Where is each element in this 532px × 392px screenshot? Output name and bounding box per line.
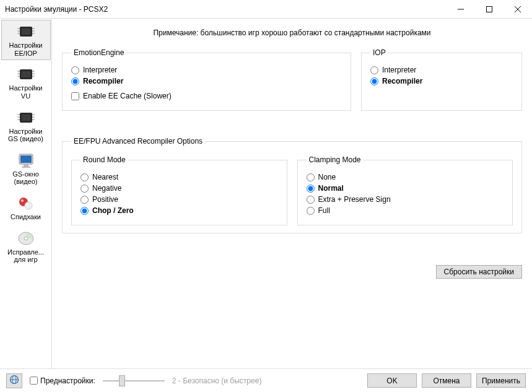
sidebar-item-ee-iop[interactable]: Настройки EE/IOP: [1, 20, 51, 60]
svg-rect-30: [24, 165, 28, 167]
svg-point-35: [26, 204, 28, 206]
apply-button[interactable]: Применить: [476, 373, 526, 388]
svg-point-34: [25, 202, 32, 209]
svg-rect-5: [22, 28, 30, 35]
minimize-button[interactable]: [447, 0, 475, 19]
round-negative-label: Negative: [92, 184, 121, 193]
sidebar: Настройки EE/IOP Настройки VU Настройки …: [0, 19, 52, 368]
disc-icon: [15, 230, 37, 247]
round-nearest-label: Nearest: [92, 173, 118, 181]
round-positive-option[interactable]: Positive: [81, 195, 278, 204]
preset-checkbox-wrap[interactable]: Преднастройки:: [30, 377, 95, 385]
clamp-extra-option[interactable]: Extra + Preserve Sign: [307, 195, 504, 204]
sidebar-item-gamefixes[interactable]: Исправле... для игр: [1, 227, 51, 267]
ok-button[interactable]: OK: [367, 373, 417, 388]
legend-round: Round Mode: [81, 155, 128, 164]
preset-slider[interactable]: [103, 375, 165, 387]
sidebar-item-gs[interactable]: Настройки GS (видео): [1, 106, 51, 146]
sidebar-item-label: Спидхаки: [3, 213, 49, 221]
round-nearest-radio[interactable]: [81, 173, 89, 181]
sidebar-item-label: GS-окно (видео): [3, 170, 49, 186]
ee-interpreter-radio[interactable]: [71, 66, 79, 74]
svg-rect-13: [22, 71, 30, 77]
preset-checkbox[interactable]: [30, 377, 38, 385]
clamp-none-label: None: [318, 173, 336, 181]
round-negative-radio[interactable]: [81, 185, 89, 193]
svg-point-33: [21, 199, 24, 202]
clamp-normal-option[interactable]: Normal: [307, 184, 504, 193]
ee-cache-label: Enable EE Cache (Slower): [83, 92, 172, 100]
svg-rect-21: [22, 115, 30, 121]
iop-interpreter-label: Interpreter: [382, 66, 416, 74]
spheres-icon: [15, 194, 37, 212]
maximize-button[interactable]: [475, 0, 504, 19]
round-positive-radio[interactable]: [81, 196, 89, 204]
preset-level-label: 2 - Безопасно (и быстрее): [172, 377, 262, 385]
legend-iop: IOP: [370, 48, 388, 57]
sidebar-item-gs-window[interactable]: GS-окно (видео): [1, 149, 51, 189]
round-positive-label: Positive: [92, 195, 118, 204]
titlebar: Настройки эмуляции - PCSX2: [0, 0, 532, 19]
chip-icon: [15, 66, 37, 83]
clamp-full-option[interactable]: Full: [307, 206, 504, 215]
sidebar-item-label: Исправле... для игр: [3, 248, 49, 264]
round-chop-label: Chop / Zero: [92, 206, 134, 215]
reset-button[interactable]: Сбросить настройки: [436, 265, 522, 279]
sidebar-item-label: Настройки EE/IOP: [3, 41, 49, 57]
sidebar-item-label: Настройки GS (видео): [3, 128, 49, 143]
sidebar-item-speedhacks[interactable]: Спидхаки: [1, 191, 51, 224]
iop-recompiler-radio[interactable]: [370, 77, 378, 85]
about-button[interactable]: [6, 373, 22, 388]
cancel-button[interactable]: Отмена: [422, 373, 471, 388]
clamp-normal-radio[interactable]: [307, 185, 315, 193]
slider-track: [103, 380, 165, 381]
svg-rect-31: [22, 167, 30, 168]
sidebar-item-vu[interactable]: Настройки VU: [1, 63, 51, 103]
globe-icon: [9, 375, 19, 386]
chip-icon: [15, 109, 37, 126]
clamp-none-radio[interactable]: [307, 173, 315, 181]
ee-cache-option[interactable]: Enable EE Cache (Slower): [71, 92, 342, 100]
svg-rect-1: [487, 6, 492, 12]
ee-recompiler-option[interactable]: Recompiler: [71, 77, 342, 85]
monitor-icon: [15, 152, 37, 169]
ee-interpreter-option[interactable]: Interpreter: [71, 66, 342, 74]
sidebar-item-label: Настройки VU: [3, 84, 49, 100]
fieldset-iop: IOP Interpreter Recompiler: [361, 48, 522, 111]
chip-icon: [15, 23, 37, 40]
close-button[interactable]: [504, 0, 532, 19]
legend-ee: EmotionEngine: [71, 48, 126, 57]
round-negative-option[interactable]: Negative: [81, 184, 278, 193]
round-chop-option[interactable]: Chop / Zero: [81, 206, 278, 215]
legend-advanced: EE/FPU Advanced Recompiler Options: [71, 137, 205, 146]
fieldset-clamp: Clamping Mode None Normal Extra + Preser…: [297, 155, 513, 225]
ee-recompiler-label: Recompiler: [83, 77, 123, 85]
round-nearest-option[interactable]: Nearest: [81, 173, 278, 181]
iop-interpreter-option[interactable]: Interpreter: [370, 66, 513, 74]
svg-rect-29: [20, 155, 32, 163]
ee-recompiler-radio[interactable]: [71, 77, 79, 85]
content-panel: Примечание: большинство игр хорошо работ…: [52, 19, 532, 368]
round-chop-radio[interactable]: [81, 207, 89, 215]
iop-recompiler-option[interactable]: Recompiler: [370, 77, 513, 85]
fieldset-round: Round Mode Nearest Negative Positive: [71, 155, 287, 225]
window-title: Настройки эмуляции - PCSX2: [0, 5, 447, 14]
fieldset-ee: EmotionEngine Interpreter Recompiler Ena…: [62, 48, 351, 111]
iop-interpreter-radio[interactable]: [370, 66, 378, 74]
ee-interpreter-label: Interpreter: [83, 66, 117, 74]
slider-thumb[interactable]: [119, 375, 125, 386]
fieldset-advanced: EE/FPU Advanced Recompiler Options Round…: [62, 137, 522, 233]
clamp-full-radio[interactable]: [307, 207, 315, 215]
clamp-full-label: Full: [318, 206, 330, 215]
note-text: Примечание: большинство игр хорошо работ…: [62, 28, 522, 37]
iop-recompiler-label: Recompiler: [382, 77, 422, 85]
clamp-none-option[interactable]: None: [307, 173, 504, 181]
ee-cache-checkbox[interactable]: [71, 92, 79, 100]
legend-clamp: Clamping Mode: [307, 155, 364, 164]
preset-checkbox-label: Преднастройки:: [40, 377, 95, 385]
clamp-extra-radio[interactable]: [307, 196, 315, 204]
bottom-bar: Преднастройки: 2 - Безопасно (и быстрее)…: [0, 368, 532, 392]
clamp-normal-label: Normal: [318, 184, 344, 193]
svg-point-37: [24, 237, 28, 240]
clamp-extra-label: Extra + Preserve Sign: [318, 195, 391, 204]
